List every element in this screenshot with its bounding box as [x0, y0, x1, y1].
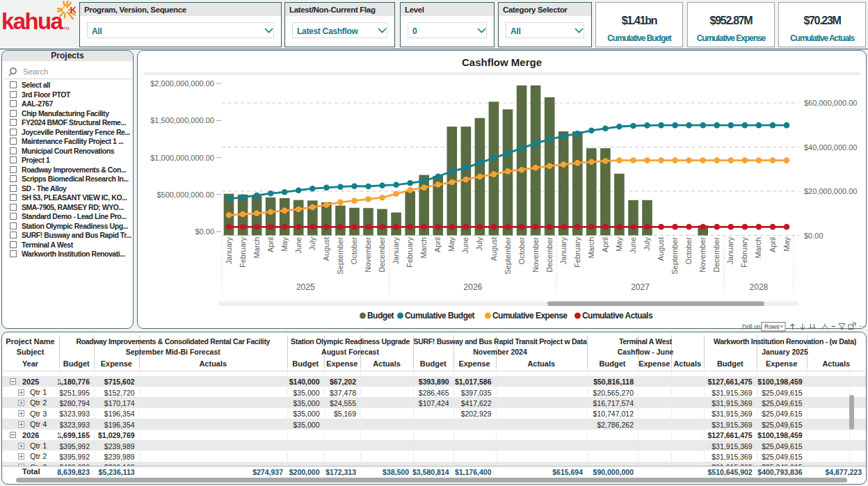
- svg-text:June: June: [629, 237, 637, 254]
- svg-text:June: June: [294, 237, 303, 254]
- svg-text:2025: 2025: [296, 282, 315, 292]
- svg-text:September: September: [504, 237, 512, 275]
- svg-text:January: January: [726, 237, 734, 265]
- svg-text:Cumulative Actuals: Cumulative Actuals: [582, 311, 653, 321]
- svg-text:$20,000,000.00: $20,000,000.00: [804, 187, 857, 195]
- svg-text:Cumulative Expense: Cumulative Expense: [492, 311, 568, 321]
- svg-text:April: April: [433, 237, 442, 252]
- svg-text:Budget: Budget: [367, 311, 394, 321]
- svg-text:February: February: [239, 237, 247, 268]
- svg-text:$500,000,000.00: $500,000,000.00: [156, 191, 214, 199]
- svg-text:October: October: [350, 237, 358, 264]
- svg-text:$1,000,000,000.00: $1,000,000,000.00: [150, 154, 214, 162]
- svg-text:March: March: [587, 237, 595, 259]
- svg-text:Drill on: Drill on: [742, 323, 761, 330]
- svg-text:July: July: [475, 237, 483, 251]
- svg-text:July: July: [643, 237, 651, 251]
- svg-text:February: February: [573, 237, 581, 268]
- svg-text:November: November: [364, 237, 372, 273]
- svg-text:September: September: [336, 237, 344, 275]
- svg-text:November: November: [531, 237, 540, 273]
- svg-text:K: K: [70, 5, 77, 15]
- svg-text:November: November: [698, 237, 707, 273]
- svg-text:August: August: [322, 237, 330, 261]
- svg-text:2026: 2026: [464, 282, 483, 292]
- svg-text:January: January: [225, 237, 233, 265]
- svg-text:May: May: [447, 237, 456, 252]
- svg-text:August: August: [657, 237, 665, 261]
- svg-text:December: December: [545, 237, 554, 273]
- svg-text:April: April: [601, 237, 609, 252]
- svg-text:February: February: [405, 237, 414, 268]
- svg-text:April: April: [266, 237, 275, 252]
- svg-text:$2,000,000,000.00: $2,000,000,000.00: [150, 79, 214, 88]
- svg-text:October: October: [684, 237, 693, 264]
- svg-text:March: March: [754, 237, 762, 259]
- svg-text:$0.00: $0.00: [804, 232, 823, 240]
- svg-text:$40,000,000.00: $40,000,000.00: [804, 143, 857, 152]
- svg-text:2028: 2028: [750, 282, 769, 292]
- svg-text:October: October: [517, 237, 526, 264]
- svg-text:January: January: [392, 237, 400, 265]
- svg-text:March: March: [419, 237, 428, 259]
- svg-text:December: December: [378, 237, 386, 273]
- svg-text:December: December: [712, 237, 721, 273]
- svg-text:September: September: [670, 237, 679, 275]
- svg-text:July: July: [308, 237, 316, 251]
- svg-text:August: August: [490, 237, 498, 261]
- svg-text:May: May: [782, 237, 791, 252]
- svg-text:May: May: [615, 237, 623, 252]
- svg-text:February: February: [740, 237, 748, 268]
- svg-text:Rows: Rows: [764, 323, 779, 330]
- svg-text:May: May: [280, 237, 289, 252]
- svg-text:March: March: [252, 237, 261, 259]
- svg-text:June: June: [461, 237, 469, 254]
- svg-text:Cumulative Budget: Cumulative Budget: [405, 311, 475, 321]
- svg-text:January: January: [559, 237, 568, 265]
- svg-text:$1,500,000,000.00: $1,500,000,000.00: [150, 116, 214, 124]
- svg-text:$0.00: $0.00: [195, 227, 214, 236]
- svg-text:2027: 2027: [631, 282, 650, 292]
- svg-text:$60,000,000.00: $60,000,000.00: [804, 99, 857, 107]
- svg-text:April: April: [769, 237, 777, 252]
